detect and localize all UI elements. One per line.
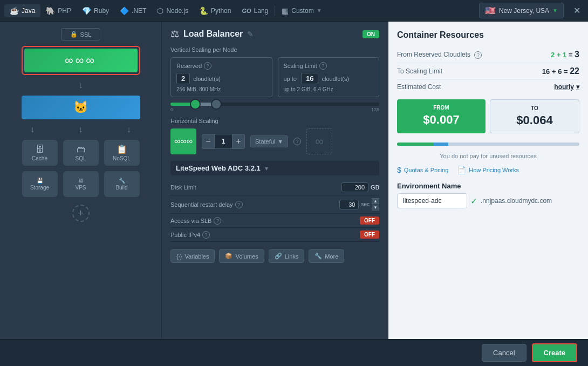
links-button[interactable]: 🔗 Links bbox=[269, 249, 305, 263]
left-panel: 🔒 SSL ∞∞∞ ↓ 🐱 ↓ ↓ ↓ 🗄 Cache bbox=[0, 22, 162, 366]
reserved-cloudlets-help[interactable]: ? bbox=[474, 51, 482, 59]
build-node[interactable]: 🔧 Build bbox=[104, 171, 140, 197]
slb-help-icon[interactable]: ? bbox=[214, 217, 221, 225]
restart-stepper-up[interactable]: ▲ bbox=[372, 198, 379, 204]
quotas-icon: $ bbox=[397, 166, 401, 174]
disk-limit-row: Disk Limit GB bbox=[170, 180, 379, 195]
ssl-icon: 🔒 bbox=[70, 31, 78, 38]
unused-note: You do not pay for unused resources bbox=[397, 153, 579, 159]
reserved-cloudlets-label: From Reserved Cloudlets ? bbox=[397, 51, 482, 59]
ssl-button[interactable]: 🔒 SSL bbox=[61, 28, 101, 40]
ipv4-toggle[interactable]: OFF bbox=[360, 231, 379, 239]
tomcat-node[interactable]: 🐱 bbox=[22, 96, 140, 119]
region-selector[interactable]: 🇺🇸 New Jersey, USA ▼ bbox=[479, 3, 564, 18]
restart-delay-row: Sequential restart delay ? sec ▲ ▼ bbox=[170, 195, 379, 214]
right-panel: Container Resources From Reserved Cloudl… bbox=[388, 22, 588, 366]
more-button[interactable]: 🔧 More bbox=[309, 249, 344, 263]
vps-node[interactable]: 🖥 VPS bbox=[63, 171, 99, 197]
arrow-down-icon: ↓ bbox=[79, 80, 83, 90]
scaling-limit-help-icon[interactable]: ? bbox=[319, 62, 327, 70]
scaling-slider[interactable]: 0 128 bbox=[170, 103, 379, 112]
tab-php[interactable]: 🐘 PHP bbox=[40, 4, 77, 17]
slider-labels: 0 128 bbox=[170, 107, 379, 112]
right-panel-title: Container Resources bbox=[397, 30, 579, 40]
disk-limit-label: Disk Limit bbox=[170, 184, 196, 191]
price-to-card: TO $0.064 bbox=[490, 99, 579, 133]
add-node-button[interactable]: + bbox=[72, 205, 90, 222]
stateful-dropdown[interactable]: Stateful ▼ bbox=[250, 135, 288, 147]
arrow-left-icon: ↓ bbox=[30, 125, 35, 134]
scaling-limit-res-label: To Scaling Limit bbox=[397, 67, 442, 75]
chevron-down-icon: ▼ bbox=[552, 8, 558, 13]
cache-node[interactable]: 🗄 Cache bbox=[22, 140, 58, 166]
selected-node-container: ∞∞∞ bbox=[22, 46, 140, 75]
env-name-label: Environment Name bbox=[397, 182, 579, 190]
reserved-cloudlets-value: 2 + 1 = 3 bbox=[551, 50, 579, 59]
scaling-limit-label: Scaling Limit ? bbox=[284, 62, 374, 70]
estimated-cost-row: Estimated Cost hourly ▾ bbox=[397, 80, 579, 94]
custom-icon: ▦ bbox=[282, 6, 289, 15]
restart-stepper-down[interactable]: ▼ bbox=[372, 205, 379, 211]
more-icon: 🔧 bbox=[314, 253, 322, 260]
tab-ruby[interactable]: 💎 Ruby bbox=[77, 4, 114, 17]
ipv4-help-icon[interactable]: ? bbox=[202, 231, 210, 239]
restart-delay-input[interactable] bbox=[339, 200, 359, 209]
stepper-plus-button[interactable]: + bbox=[232, 134, 245, 149]
cancel-button[interactable]: Cancel bbox=[482, 344, 526, 362]
resource-bar-reserved bbox=[397, 143, 434, 146]
v-scaling-label: Vertical Scaling per Node bbox=[170, 46, 379, 53]
disk-limit-input[interactable] bbox=[341, 182, 368, 192]
price-to-value: $0.064 bbox=[496, 113, 573, 127]
toggle-on-badge[interactable]: ON bbox=[363, 30, 379, 38]
storage-nodes-row: 💾 Storage 🖥 VPS 🔧 Build bbox=[22, 171, 140, 197]
tomcat-icon: 🐱 bbox=[73, 100, 88, 114]
volumes-icon: 📦 bbox=[225, 253, 233, 260]
disk-limit-value: GB bbox=[341, 182, 379, 192]
how-pricing-link[interactable]: 📄 How Pricing Works bbox=[457, 166, 519, 174]
ruby-icon: 💎 bbox=[82, 6, 91, 15]
tab-python[interactable]: 🐍 Python bbox=[194, 4, 236, 17]
node-count-stepper[interactable]: − 1 + bbox=[202, 134, 245, 149]
tab-java[interactable]: ☕ Java bbox=[4, 4, 40, 17]
close-button[interactable]: ✕ bbox=[570, 5, 584, 16]
tab-nodejs[interactable]: ⬡ Node.js bbox=[152, 4, 194, 17]
variables-button[interactable]: {·} Variables bbox=[170, 249, 215, 263]
chevron-down-icon: ▼ bbox=[317, 8, 322, 13]
h-scaling-section: Horizontal Scaling ∞∞∞ − 1 + Stateful ▼ … bbox=[170, 118, 379, 154]
storage-node[interactable]: 💾 Storage bbox=[22, 171, 58, 197]
action-bar: {·} Variables 📦 Volumes 🔗 Links 🔧 More bbox=[170, 249, 379, 263]
reserved-cloudlets-row: From Reserved Cloudlets ? 2 + 1 = 3 bbox=[397, 46, 579, 63]
cost-period-dropdown[interactable]: hourly ▾ bbox=[554, 83, 579, 91]
env-check-icon: ✓ bbox=[470, 196, 477, 206]
reserved-unit: cloudlet(s) bbox=[193, 76, 221, 82]
tab-custom[interactable]: ▦ Custom ▼ bbox=[276, 4, 327, 17]
restart-delay-help-icon[interactable]: ? bbox=[235, 201, 243, 208]
lang-icon: GO bbox=[242, 8, 251, 14]
scaling-limit-row: To Scaling Limit 16 + 6 = 22 bbox=[397, 63, 579, 80]
create-button[interactable]: Create bbox=[532, 343, 577, 362]
nosql-node[interactable]: 📋 NoSQL bbox=[104, 140, 140, 166]
edit-icon[interactable]: ✎ bbox=[247, 30, 254, 38]
arrows-row: ↓ ↓ ↓ bbox=[22, 125, 140, 134]
stateful-help-icon[interactable]: ? bbox=[293, 138, 301, 145]
section-title: Load Balancer bbox=[183, 29, 243, 39]
section-header: ⚖ Load Balancer ✎ ON bbox=[170, 28, 379, 40]
scaling-limit-res-value: 16 + 6 = 22 bbox=[542, 66, 579, 76]
quotas-pricing-link[interactable]: $ Quotas & Pricing bbox=[397, 166, 448, 174]
volumes-button[interactable]: 📦 Volumes bbox=[219, 249, 264, 263]
tab-net[interactable]: 🔷 .NET bbox=[114, 4, 152, 17]
slider-thumb-limit[interactable] bbox=[211, 99, 222, 110]
slb-toggle[interactable]: OFF bbox=[360, 216, 379, 225]
vps-icon: 🖥 bbox=[78, 178, 84, 184]
chevron-down-icon[interactable]: ▾ bbox=[265, 165, 268, 172]
scaling-limit-count: up to 16 cloudlet(s) bbox=[284, 73, 374, 84]
stepper-minus-button[interactable]: − bbox=[202, 134, 215, 149]
env-name-input[interactable] bbox=[397, 193, 467, 208]
sql-node[interactable]: 🗃 SQL bbox=[63, 140, 99, 166]
links-icon: 🔗 bbox=[275, 253, 282, 260]
load-balancer-node[interactable]: ∞∞∞ bbox=[24, 49, 138, 72]
restart-delay-unit: sec bbox=[361, 201, 370, 207]
reserved-help-icon[interactable]: ? bbox=[204, 62, 211, 70]
build-icon: 🔧 bbox=[119, 178, 125, 184]
tab-lang[interactable]: GO Lang bbox=[236, 5, 274, 17]
